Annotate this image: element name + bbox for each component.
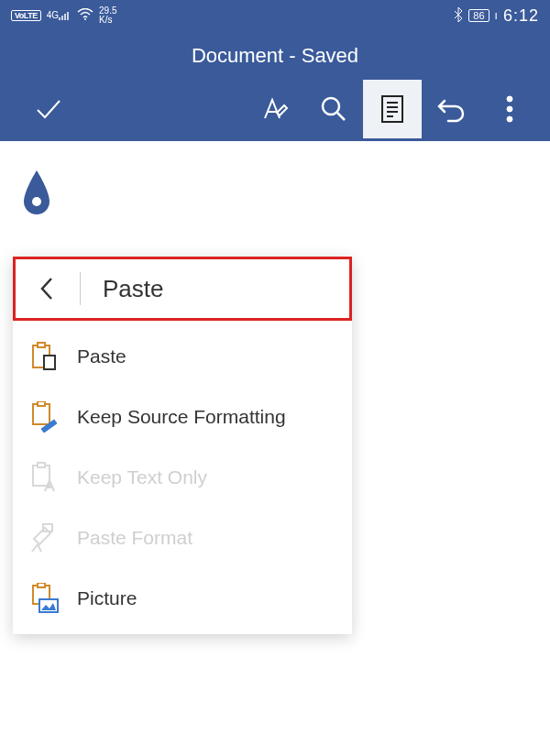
svg-point-5 xyxy=(507,116,512,122)
paste-icon xyxy=(28,340,60,373)
wifi-icon xyxy=(77,8,94,24)
status-bar: VoLTE 4G 29.5 K/s 86 ı 6:12 xyxy=(0,0,550,31)
svg-rect-13 xyxy=(38,463,45,467)
menu-item-label: Picture xyxy=(77,587,137,609)
reading-view-button[interactable] xyxy=(363,80,422,138)
document-canvas[interactable] xyxy=(0,141,550,244)
network-indicator: 4G xyxy=(47,10,72,21)
paste-menu-panel: Paste Paste Keep Source Formatting xyxy=(13,257,352,634)
svg-point-4 xyxy=(507,106,512,112)
svg-rect-11 xyxy=(38,401,45,406)
battery-indicator: 86 xyxy=(468,9,489,22)
menu-item-label: Paste Format xyxy=(77,527,192,549)
toolbar xyxy=(0,77,550,141)
back-button[interactable] xyxy=(16,259,80,318)
search-button[interactable] xyxy=(304,80,363,138)
svg-point-3 xyxy=(507,96,512,102)
pen-style-button[interactable] xyxy=(246,80,304,138)
paste-menu-list: Paste Keep Source Formatting Keep Te xyxy=(13,321,352,634)
svg-point-1 xyxy=(323,98,339,115)
svg-rect-12 xyxy=(33,466,50,486)
menu-item-paste-format: Paste Format xyxy=(13,508,352,568)
cursor-drop-icon[interactable] xyxy=(20,169,530,216)
svg-point-6 xyxy=(32,197,41,206)
undo-button[interactable] xyxy=(422,80,480,138)
picture-icon xyxy=(28,582,60,615)
volte-badge: VoLTE xyxy=(11,10,41,21)
svg-rect-9 xyxy=(44,356,55,369)
paste-format-icon xyxy=(28,521,60,554)
menu-item-keep-source-formatting[interactable]: Keep Source Formatting xyxy=(13,387,352,447)
paste-menu-header: Paste xyxy=(13,257,352,321)
app-bar: Document - Saved xyxy=(0,31,550,141)
network-speed: 29.5 K/s xyxy=(99,6,116,25)
bluetooth-icon xyxy=(454,7,463,25)
keep-formatting-icon xyxy=(28,400,60,433)
svg-rect-10 xyxy=(33,404,50,424)
svg-point-0 xyxy=(84,18,86,20)
menu-item-picture[interactable]: Picture xyxy=(13,568,352,629)
svg-rect-2 xyxy=(382,96,402,122)
svg-rect-8 xyxy=(38,343,45,347)
done-button[interactable] xyxy=(18,80,77,138)
more-menu-button[interactable] xyxy=(480,80,539,138)
paste-menu-title: Paste xyxy=(81,275,164,303)
menu-item-label: Keep Source Formatting xyxy=(77,406,286,428)
document-title: Document - Saved xyxy=(0,31,550,77)
menu-item-paste[interactable]: Paste xyxy=(13,326,352,387)
keep-text-only-icon xyxy=(28,461,60,494)
menu-item-label: Paste xyxy=(77,345,126,367)
clock: 6:12 xyxy=(503,6,539,26)
svg-rect-16 xyxy=(38,583,45,587)
menu-item-label: Keep Text Only xyxy=(77,466,207,488)
menu-item-keep-text-only: Keep Text Only xyxy=(13,447,352,508)
